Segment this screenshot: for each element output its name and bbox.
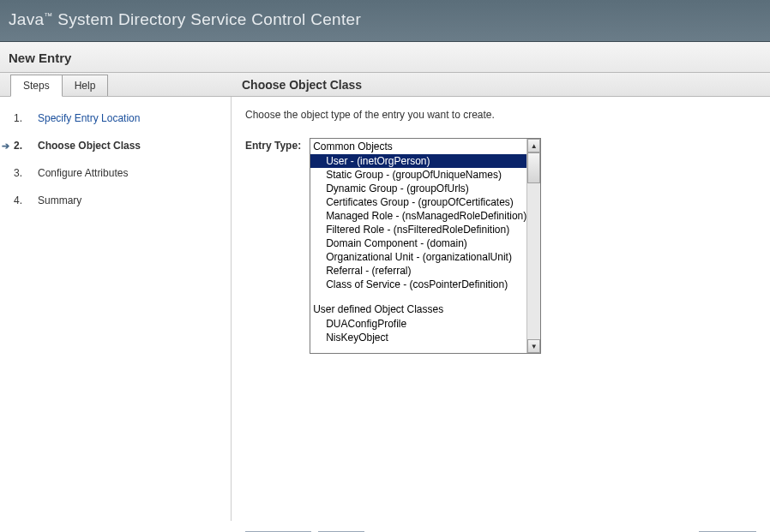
page-title: New Entry [0, 42, 770, 73]
listbox-content: Common ObjectsUser - (inetOrgPerson)Stat… [310, 139, 526, 353]
listbox-option[interactable]: Dynamic Group - (groupOfUrls) [310, 182, 526, 195]
toolbar-row: StepsHelp Choose Object Class [0, 73, 770, 97]
step-number: 3. [14, 167, 38, 179]
listbox-option[interactable]: Referral - (referral) [310, 264, 526, 278]
tab-steps[interactable]: Steps [10, 75, 63, 97]
listbox-option[interactable]: Class of Service - (cosPointerDefinition… [310, 278, 526, 291]
listbox-option[interactable]: Certificates Group - (groupOfCertificate… [310, 195, 526, 209]
step-number: 2. [14, 140, 38, 152]
entry-type-label: Entry Type: [245, 138, 301, 152]
tabs: StepsHelp [0, 73, 232, 96]
tab-label: Help [75, 80, 96, 92]
entry-type-listbox[interactable]: Common ObjectsUser - (inetOrgPerson)Stat… [310, 138, 541, 354]
current-step-arrow-icon [2, 167, 14, 168]
wizard-step[interactable]: 1.Specify Entry Location [14, 112, 222, 124]
tab-help[interactable]: Help [62, 75, 109, 96]
step-number: 4. [14, 194, 38, 206]
banner-suffix: System Directory Service Control Center [53, 10, 361, 28]
steps-sidebar: 1.Specify Entry Location➔2.Choose Object… [0, 97, 232, 521]
scroll-thumb[interactable] [527, 152, 540, 183]
scroll-down-button[interactable]: ▼ [527, 339, 540, 353]
instruction-text: Choose the object type of the entry you … [245, 109, 756, 121]
listbox-option[interactable]: Domain Component - (domain) [310, 236, 526, 250]
app-banner: Java™ System Directory Service Control C… [0, 0, 770, 42]
step-number: 1. [14, 112, 38, 124]
listbox-option[interactable]: DUAConfigProfile [310, 317, 526, 331]
scrollbar: ▲ ▼ [526, 139, 540, 353]
listbox-group-header: Common Objects [310, 139, 526, 154]
panel-title: Choose Object Class [232, 73, 770, 96]
current-step-arrow-icon [2, 194, 14, 195]
step-label: Choose Object Class [38, 140, 141, 152]
current-step-arrow-icon: ➔ [2, 140, 14, 152]
step-label: Configure Attributes [38, 167, 128, 179]
trademark-symbol: ™ [44, 11, 52, 21]
banner-prefix: Java [9, 10, 44, 28]
listbox-group-header: User defined Object Classes [310, 302, 526, 317]
listbox-option[interactable]: User - (inetOrgPerson) [310, 154, 526, 168]
scroll-up-icon: ▲ [531, 142, 538, 150]
listbox-option[interactable]: Managed Role - (nsManagedRoleDefinition) [310, 209, 526, 223]
main-panel: Choose the object type of the entry you … [232, 97, 770, 521]
scroll-up-button[interactable]: ▲ [527, 139, 540, 152]
scroll-down-icon: ▼ [531, 343, 538, 350]
listbox-option[interactable]: NisKeyObject [310, 331, 526, 344]
step-label: Summary [38, 194, 81, 206]
entry-type-field: Entry Type: Common ObjectsUser - (inetOr… [245, 138, 756, 354]
listbox-option[interactable]: Static Group - (groupOfUniqueNames) [310, 168, 526, 182]
wizard-step: 4.Summary [14, 194, 222, 206]
wizard-step: ➔2.Choose Object Class [14, 140, 222, 152]
wizard-footer: Previous Next Cancel [0, 524, 770, 532]
current-step-arrow-icon [2, 112, 14, 113]
scroll-track[interactable] [527, 152, 540, 339]
body-area: 1.Specify Entry Location➔2.Choose Object… [0, 97, 770, 521]
tab-label: Steps [23, 80, 50, 92]
listbox-option[interactable]: Organizational Unit - (organizationalUni… [310, 250, 526, 264]
step-label[interactable]: Specify Entry Location [38, 112, 140, 124]
wizard-step: 3.Configure Attributes [14, 167, 222, 179]
listbox-option[interactable]: Filtered Role - (nsFilteredRoleDefinitio… [310, 223, 526, 236]
